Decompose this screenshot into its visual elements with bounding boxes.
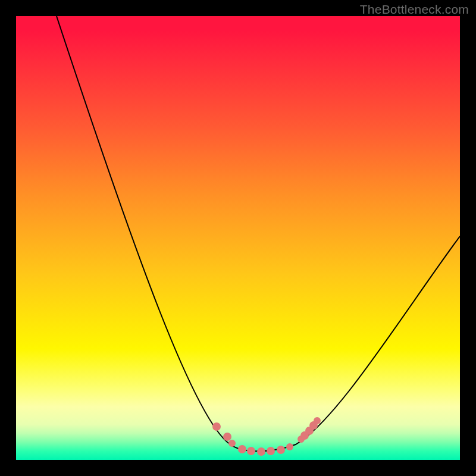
marker-dot	[238, 445, 246, 453]
marker-dot	[257, 447, 265, 456]
watermark-text: TheBottleneck.com	[360, 2, 469, 17]
marker-dot	[277, 446, 285, 454]
marker-dot	[314, 417, 321, 424]
marker-dot	[286, 443, 293, 450]
marker-dot	[212, 422, 221, 431]
bottleneck-curve	[57, 16, 460, 451]
marker-dot	[267, 447, 275, 455]
marker-dot	[228, 440, 236, 447]
chart-frame	[16, 16, 460, 460]
chart-svg	[16, 16, 460, 460]
marker-group	[212, 417, 321, 456]
marker-dot	[247, 447, 255, 455]
marker-dot	[223, 433, 231, 441]
